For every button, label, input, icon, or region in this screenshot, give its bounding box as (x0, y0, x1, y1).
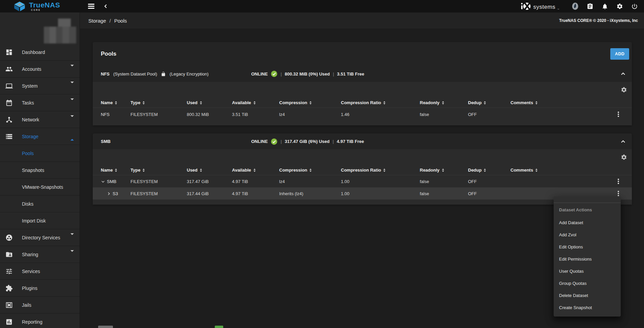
column-header-used[interactable]: Used (187, 100, 232, 105)
expand-chevron-down-icon[interactable] (101, 179, 105, 184)
sidebar-item-label: VMware-Snapshots (22, 184, 63, 190)
column-header-comments[interactable]: Comments (510, 100, 605, 105)
column-header-name[interactable]: Name (101, 100, 130, 105)
sidebar-item-label: Services (22, 269, 40, 274)
sidebar-item-storage[interactable]: Storage (0, 128, 80, 145)
dataset-readonly: false (420, 179, 468, 184)
sort-icon (383, 169, 385, 172)
sidebar-item-import-disk[interactable]: Import Disk (0, 212, 80, 229)
expand-chevron-right-icon[interactable] (107, 191, 111, 196)
column-header-available[interactable]: Available (232, 168, 279, 173)
dataset-available: 4.97 TiB (232, 191, 279, 196)
dataset-compression-ratio: 1.00 (341, 179, 420, 184)
accounts-people-icon (5, 65, 13, 73)
truecommand-icon[interactable] (572, 2, 579, 10)
sidebar-item-plugins[interactable]: Plugins (0, 280, 80, 297)
pool-panel-header-smb[interactable]: SMB ONLINE | 317.47 GiB (6%) Used | 4.97… (93, 133, 632, 149)
column-header-comments[interactable]: Comments (510, 168, 605, 173)
app-name: TrueNAS (29, 1, 60, 8)
sidebar-item-label: Accounts (22, 66, 41, 72)
table-row-nfs[interactable]: NFS FILESYSTEM 800.32 MiB 3.51 TiB lz4 1… (93, 108, 632, 121)
menu-item-edit-permissions[interactable]: Edit Permissions (554, 253, 621, 265)
column-header-used[interactable]: Used (187, 168, 232, 173)
sidebar-item-snapshots[interactable]: Snapshots (0, 162, 80, 179)
row-actions-kebab-icon[interactable] (618, 191, 619, 196)
ixsystems-label: systems (533, 4, 555, 10)
menu-item-user-quotas[interactable]: User Quotas (554, 265, 621, 277)
sidebar-item-system[interactable]: System (0, 78, 80, 94)
breadcrumb-storage[interactable]: Storage (88, 18, 106, 24)
add-pool-button[interactable]: ADD (610, 48, 629, 60)
column-header-readonly[interactable]: Readonly (420, 168, 468, 173)
column-header-dedup[interactable]: Dedup (468, 100, 510, 105)
settings-gear-icon[interactable] (616, 3, 623, 10)
back-chevron-icon[interactable] (103, 4, 108, 9)
sidebar-item-services[interactable]: Services (0, 263, 80, 280)
sidebar-item-accounts[interactable]: Accounts (0, 61, 80, 78)
column-header-label: Available (232, 168, 251, 173)
sidebar-item-network[interactable]: Network (0, 111, 80, 128)
sidebar-item-tasks[interactable]: Tasks (0, 94, 80, 111)
sidebar-item-reporting[interactable]: Reporting (0, 314, 80, 328)
sidebar-item-jails[interactable]: Jails (0, 297, 80, 314)
status-separator: | (332, 139, 333, 144)
column-header-dedup[interactable]: Dedup (468, 168, 510, 173)
column-header-label: Compression (279, 168, 307, 173)
menu-item-create-snapshot[interactable]: Create Snapshot (554, 302, 621, 314)
collapse-chevron-icon[interactable] (620, 70, 626, 77)
menu-item-add-zvol[interactable]: Add Zvol (554, 229, 621, 241)
dataset-compression: lz4 (279, 179, 341, 184)
dataset-name: SMB (107, 179, 116, 184)
sidebar-item-label: Tasks (22, 100, 34, 106)
row-actions-kebab-icon[interactable] (618, 179, 619, 184)
row-actions-kebab-icon[interactable] (618, 112, 619, 117)
column-header-compression[interactable]: Compression (279, 168, 341, 173)
tasks-calendar-icon (5, 99, 13, 107)
sidebar-item-disks[interactable]: Disks (0, 196, 80, 212)
sidebar-item-sharing[interactable]: Sharing (0, 246, 80, 263)
reporting-chart-icon (5, 318, 13, 326)
menu-toggle-icon[interactable] (88, 4, 94, 9)
table-row-smb[interactable]: SMB FILESYSTEM 317.47 GiB 4.97 TiB lz4 1… (93, 175, 632, 187)
sort-icon (484, 101, 486, 105)
sidebar-item-directory-services[interactable]: Directory Services (0, 229, 80, 246)
menu-item-delete-dataset[interactable]: Delete Dataset (554, 290, 621, 302)
sidebar-item-pools[interactable]: Pools (0, 145, 80, 162)
table-settings-gear-icon[interactable] (621, 87, 627, 93)
column-header-compression-ratio[interactable]: Compression Ratio (341, 168, 420, 173)
column-header-readonly[interactable]: Readonly (420, 100, 468, 105)
column-header-compression[interactable]: Compression (279, 100, 341, 105)
sort-icon (254, 101, 256, 105)
dataset-used: 317.47 GiB (187, 179, 232, 184)
sidebar-item-label: System (22, 83, 38, 89)
column-header-type[interactable]: Type (130, 100, 187, 105)
table-settings-gear-icon[interactable] (621, 154, 627, 160)
storage-icon (5, 133, 13, 140)
table-row-s3[interactable]: S3 FILESYSTEM 317.44 GiB 4.97 TiB Inheri… (93, 187, 632, 200)
column-header-type[interactable]: Type (130, 168, 187, 173)
dataset-used: 800.32 MiB (187, 112, 232, 117)
column-header-name[interactable]: Name (101, 168, 130, 173)
sidebar-item-dashboard[interactable]: Dashboard (0, 44, 80, 61)
pool-panel-header-nfs[interactable]: NFS (System Dataset Pool) (Legacy Encryp… (93, 66, 632, 82)
notifications-bell-icon[interactable] (602, 3, 608, 10)
sidebar-item-vmware-snapshots[interactable]: VMware-Snapshots (0, 179, 80, 196)
lock-open-icon[interactable] (161, 71, 166, 77)
breadcrumb-pools[interactable]: Pools (114, 18, 127, 24)
chevron-down-icon (70, 252, 74, 257)
sidebar-item-label: Jails (22, 302, 31, 308)
pool-card-smb: SMB ONLINE | 317.47 GiB (6%) Used | 4.97… (93, 133, 632, 205)
column-header-label: Dedup (468, 100, 481, 105)
power-icon[interactable] (631, 3, 638, 10)
breadcrumb: Storage / Pools (88, 18, 127, 24)
tasks-clipboard-icon[interactable] (587, 3, 593, 10)
truenas-logo[interactable]: TrueNAS CORE (0, 1, 80, 11)
menu-item-group-quotas[interactable]: Group Quotas (554, 277, 621, 290)
column-header-label: Readonly (420, 100, 440, 105)
column-header-compression-ratio[interactable]: Compression Ratio (341, 100, 420, 105)
column-header-available[interactable]: Available (232, 100, 279, 105)
menu-item-edit-options[interactable]: Edit Options (554, 241, 621, 253)
menu-item-add-dataset[interactable]: Add Dataset (554, 217, 621, 229)
dataset-readonly: false (420, 112, 468, 117)
collapse-chevron-icon[interactable] (620, 138, 626, 145)
